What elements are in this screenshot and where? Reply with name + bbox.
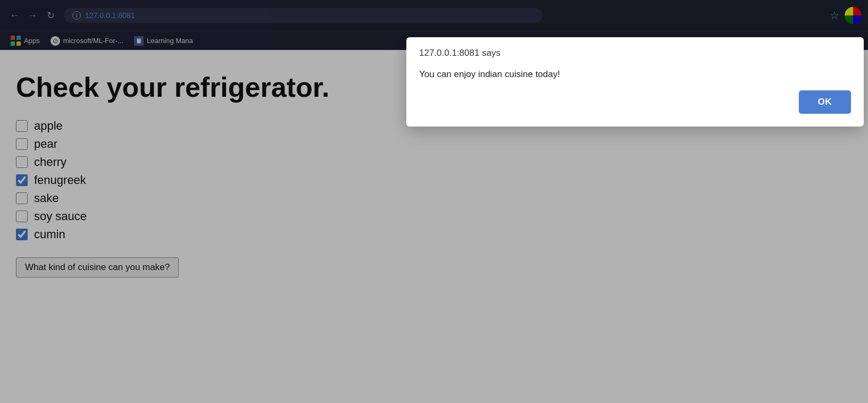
dialog-message: You can enjoy indian cuisine today! (419, 69, 851, 80)
dialog-overlay: 127.0.0.1:8081 says You can enjoy indian… (0, 0, 868, 299)
dialog-box: 127.0.0.1:8081 says You can enjoy indian… (406, 37, 864, 127)
dialog-ok-button[interactable]: OK (799, 90, 852, 114)
dialog-footer: OK (419, 90, 851, 114)
dialog-title: 127.0.0.1:8081 says (419, 48, 851, 58)
